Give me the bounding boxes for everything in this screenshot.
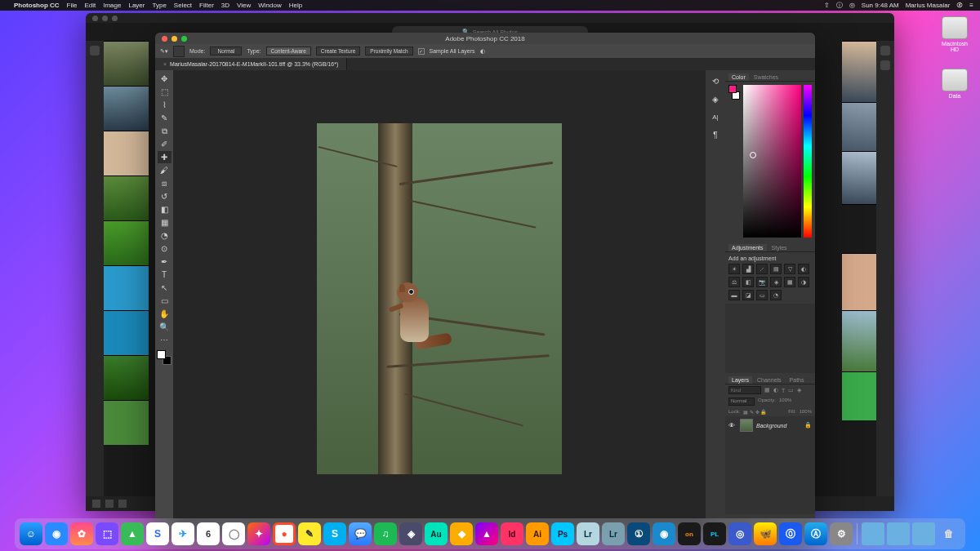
dock-on1[interactable]: on — [678, 522, 701, 545]
spotlight-icon[interactable]: ⦿ — [956, 2, 963, 9]
hand-tool[interactable]: ✋ — [158, 308, 172, 320]
lr-thumbnail[interactable] — [104, 355, 149, 400]
photoshop-titlebar[interactable]: Adobe Photoshop CC 2018 — [155, 33, 815, 44]
type-proximity-match[interactable]: Proximity Match — [365, 47, 412, 56]
dock-app[interactable]: ◉ — [45, 522, 68, 545]
dock-app[interactable]: ⬚ — [96, 522, 118, 545]
crop-icon[interactable] — [880, 60, 890, 70]
channel-mixer-icon[interactable]: ◈ — [770, 277, 782, 287]
layer-filter-input[interactable] — [728, 386, 761, 394]
dock-app[interactable]: ▲ — [121, 522, 144, 545]
dock-app[interactable]: ✿ — [70, 522, 93, 545]
dock-app[interactable]: ✦ — [247, 522, 270, 545]
eyedropper-tool[interactable]: ✐ — [158, 138, 172, 150]
filter-shape-icon[interactable]: ▭ — [788, 387, 794, 393]
layer-background[interactable]: 👁 Background 🔒 — [725, 416, 815, 434]
color-lookup-icon[interactable]: ▦ — [784, 277, 795, 287]
filter-smart-icon[interactable]: ◈ — [797, 387, 801, 393]
bw-adjustment-icon[interactable]: ◧ — [742, 277, 754, 287]
dock-app[interactable]: ◉ — [653, 522, 675, 545]
filter-type-icon[interactable]: T — [782, 388, 785, 393]
visibility-toggle-icon[interactable]: 👁 — [728, 422, 737, 429]
zoom-icon[interactable] — [181, 36, 187, 42]
zoom-icon[interactable] — [112, 16, 118, 21]
adjustments-panel-tab[interactable]: Adjustments — [728, 244, 767, 251]
menu-edit[interactable]: Edit — [84, 2, 96, 9]
pen-tool[interactable]: ✒ — [158, 256, 172, 268]
menu-view[interactable]: View — [237, 2, 251, 9]
menu-image[interactable]: Image — [103, 2, 121, 9]
brightness-adjustment-icon[interactable]: ☀ — [728, 264, 740, 274]
dock-finder[interactable]: ☺ — [20, 522, 42, 545]
dock-1password[interactable]: ⓪ — [779, 522, 802, 545]
path-select-tool[interactable]: ↖ — [158, 282, 172, 294]
dock-trash[interactable]: 🗑 — [938, 522, 960, 545]
edit-icon[interactable] — [880, 46, 890, 56]
dock-captureone[interactable]: ① — [627, 522, 650, 545]
invert-adjustment-icon[interactable]: ◑ — [798, 277, 809, 287]
layer-name[interactable]: Background — [756, 423, 786, 429]
curves-adjustment-icon[interactable]: ⟋ — [756, 264, 768, 274]
document-canvas[interactable] — [317, 123, 562, 474]
channels-panel-tab[interactable]: Channels — [754, 376, 785, 384]
info-icon[interactable]: ⓘ — [836, 1, 843, 10]
dock-affinity[interactable]: ▲ — [475, 522, 498, 545]
paragraph-panel-icon[interactable]: ¶ — [710, 129, 721, 140]
dock-skype[interactable]: S — [323, 522, 346, 545]
history-panel-icon[interactable]: ⟲ — [710, 75, 721, 87]
styles-panel-tab[interactable]: Styles — [768, 244, 791, 251]
photo-filter-icon[interactable]: 📷 — [756, 277, 768, 287]
dock-lightroom[interactable]: Lr — [577, 522, 599, 545]
quick-select-tool[interactable]: ✎ — [158, 112, 172, 124]
menu-help[interactable]: Help — [289, 2, 302, 9]
lr-thumbnail[interactable] — [842, 41, 876, 102]
dock-spark[interactable]: ✈ — [172, 522, 194, 545]
lr-thumbnail[interactable] — [104, 265, 149, 310]
lr-thumbnail[interactable] — [842, 310, 876, 371]
menu-filter[interactable]: Filter — [199, 2, 214, 9]
dock-settings[interactable]: ⚙ — [830, 522, 853, 545]
lr-thumbnail[interactable] — [842, 102, 876, 151]
user-name[interactable]: Marius Masalar — [906, 2, 951, 9]
menu-layer[interactable]: Layer — [128, 2, 145, 9]
dock-spotify[interactable]: ♫ — [374, 522, 397, 545]
layers-panel-tab[interactable]: Layers — [728, 376, 752, 384]
filter-adj-icon[interactable]: ◐ — [773, 387, 778, 393]
eraser-tool[interactable]: ◧ — [158, 203, 172, 216]
dodge-tool[interactable]: ⊙ — [158, 242, 172, 255]
dock-calendar[interactable]: 6 — [197, 522, 220, 545]
dock-folder[interactable] — [912, 522, 935, 545]
threshold-icon[interactable]: ◪ — [742, 290, 754, 300]
lr-thumbnail[interactable] — [104, 86, 149, 131]
filter-pixel-icon[interactable]: ▦ — [764, 387, 770, 393]
lr-thumbnail[interactable] — [104, 400, 149, 445]
minimize-icon[interactable] — [172, 36, 177, 42]
lock-icons[interactable]: ▦ ✎ ✥ 🔒 — [743, 409, 766, 415]
menu-select[interactable]: Select — [174, 2, 192, 9]
dock-app[interactable]: ◎ — [728, 522, 751, 545]
lr-thumbnail[interactable] — [842, 371, 876, 420]
paths-panel-tab[interactable]: Paths — [786, 376, 808, 384]
dock-sketch[interactable]: ◆ — [450, 522, 473, 545]
dock-app[interactable]: S — [146, 522, 169, 545]
gradient-map-icon[interactable]: ▭ — [756, 290, 768, 300]
foreground-background-colors[interactable] — [157, 350, 172, 365]
hue-slider[interactable] — [804, 85, 812, 238]
lr-thumbnail[interactable] — [842, 204, 876, 253]
lr-thumbnail[interactable] — [104, 310, 149, 355]
crop-tool[interactable]: ⧉ — [158, 125, 172, 137]
opacity-value[interactable]: 100% — [779, 398, 791, 406]
dock-app[interactable]: ◈ — [399, 522, 422, 545]
dock-app[interactable]: ✎ — [298, 522, 321, 545]
minimize-icon[interactable] — [102, 16, 108, 21]
close-tab-icon[interactable]: × — [163, 61, 167, 67]
lr-thumbnail[interactable] — [104, 41, 149, 86]
move-tool[interactable]: ✥ — [158, 73, 172, 85]
gradient-tool[interactable]: ▦ — [158, 216, 172, 229]
dock-messages[interactable]: 💬 — [349, 522, 372, 545]
healing-brush-tool[interactable]: ✚ — [158, 151, 172, 163]
vibrance-adjustment-icon[interactable]: ▽ — [784, 264, 795, 274]
posterize-icon[interactable]: ▬ — [728, 290, 740, 300]
disk-macintosh-hd[interactable]: Macintosh HD — [938, 16, 972, 52]
share-icon[interactable]: ⇪ — [824, 2, 830, 9]
